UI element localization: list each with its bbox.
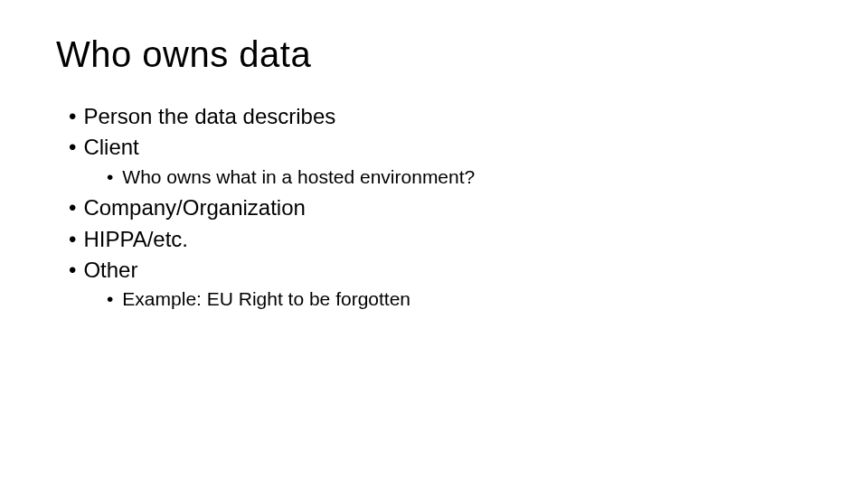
bullet-text: Company/Organization (83, 193, 305, 222)
bullet-icon: • (107, 164, 113, 190)
list-item: • Example: EU Right to be forgotten (56, 286, 812, 312)
list-item: • Person the data describes (56, 102, 812, 131)
slide-content: • Person the data describes • Client • W… (56, 102, 812, 313)
bullet-icon: • (107, 286, 113, 312)
bullet-icon: • (69, 102, 76, 131)
bullet-text: Other (83, 256, 137, 285)
list-item: • Who owns what in a hosted environment? (56, 164, 812, 190)
bullet-icon: • (69, 225, 76, 254)
list-item: • HIPPA/etc. (56, 225, 812, 254)
bullet-text: Person the data describes (83, 102, 335, 131)
bullet-text: HIPPA/etc. (83, 225, 188, 254)
list-item: • Company/Organization (56, 193, 812, 222)
slide-title: Who owns data (56, 34, 812, 75)
bullet-text: Who owns what in a hosted environment? (122, 164, 475, 190)
list-item: • Client (56, 133, 812, 162)
bullet-text: Client (83, 133, 138, 162)
list-item: • Other (56, 256, 812, 285)
bullet-icon: • (69, 193, 76, 222)
bullet-text: Example: EU Right to be forgotten (122, 286, 410, 312)
bullet-list: • Person the data describes • Client • W… (56, 102, 812, 313)
bullet-icon: • (69, 133, 76, 162)
bullet-icon: • (69, 256, 76, 285)
